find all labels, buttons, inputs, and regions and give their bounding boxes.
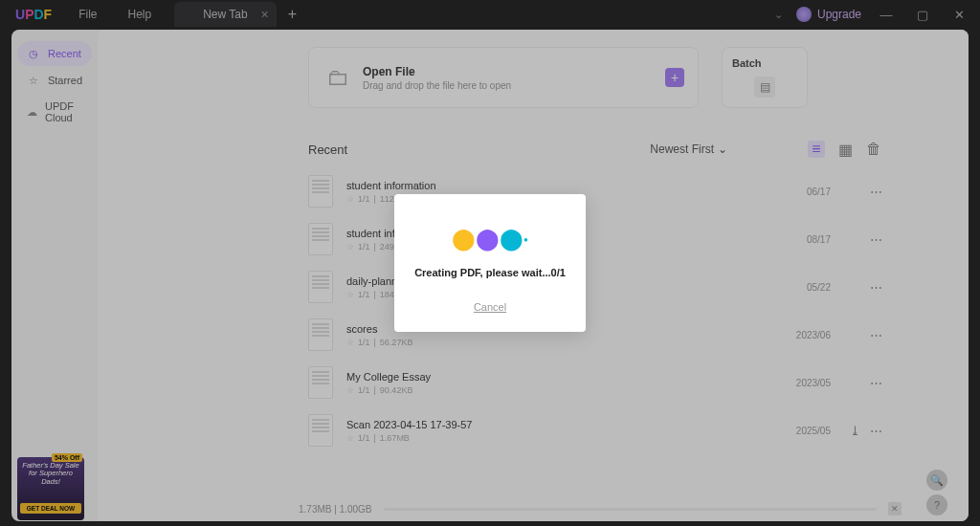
creating-pdf-modal: ⬤⬤⬤● Creating PDF, please wait...0/1 Can… <box>394 194 586 332</box>
cancel-link[interactable]: Cancel <box>412 301 568 313</box>
spinner-icon: ⬤⬤⬤● <box>412 227 568 252</box>
modal-overlay: ⬤⬤⬤● Creating PDF, please wait...0/1 Can… <box>0 0 980 526</box>
modal-message: Creating PDF, please wait...0/1 <box>412 267 568 278</box>
